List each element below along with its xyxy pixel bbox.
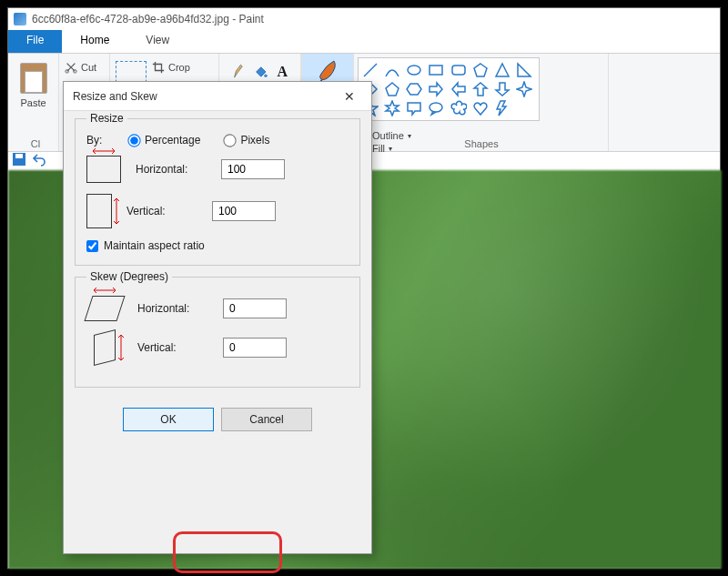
left-arrow-shape[interactable] xyxy=(450,81,467,97)
paste-icon xyxy=(20,63,47,94)
svg-point-3 xyxy=(408,66,420,75)
vertical-thumb-icon xyxy=(86,194,112,228)
lightning-shape[interactable] xyxy=(494,100,511,116)
rect-shape[interactable] xyxy=(428,62,444,78)
horizontal-arrow-icon xyxy=(92,147,116,155)
resize-legend: Resize xyxy=(86,112,127,125)
resize-vertical-input[interactable] xyxy=(212,201,276,221)
ok-button[interactable]: OK xyxy=(123,408,214,431)
aspect-label: Maintain aspect ratio xyxy=(104,239,205,252)
tab-file[interactable]: File xyxy=(8,30,62,53)
svg-rect-18 xyxy=(15,154,23,158)
aspect-ratio-input[interactable] xyxy=(86,240,98,252)
vertical-label: Vertical: xyxy=(126,205,197,217)
crop-button[interactable]: Crop xyxy=(152,61,190,74)
tab-view[interactable]: View xyxy=(127,30,187,53)
app-window: 6cc60f8a-ef6c-4728-ab9e-a96b4fd32.jpg - … xyxy=(7,7,721,569)
triangle-shape[interactable] xyxy=(494,62,511,78)
right-arrow-shape[interactable] xyxy=(428,81,444,97)
undo-icon[interactable] xyxy=(32,152,46,167)
text-tool[interactable]: A xyxy=(277,64,288,80)
pentagon-shape[interactable] xyxy=(384,81,400,97)
skew-v-arrow-icon xyxy=(117,334,125,361)
menu-tabs: File Home View xyxy=(8,30,720,54)
paste-label: Paste xyxy=(20,97,46,108)
by-label: By: xyxy=(86,134,117,147)
quick-access-bar xyxy=(12,152,46,167)
tab-home[interactable]: Home xyxy=(62,30,127,53)
pixels-radio[interactable]: Pixels xyxy=(224,134,269,147)
aspect-ratio-checkbox[interactable]: Maintain aspect ratio xyxy=(86,239,349,252)
title-bar: 6cc60f8a-ef6c-4728-ab9e-a96b4fd32.jpg - … xyxy=(8,8,720,30)
cancel-button[interactable]: Cancel xyxy=(221,408,312,431)
callout-cloud-shape[interactable] xyxy=(450,100,467,116)
heart-shape[interactable] xyxy=(472,100,489,116)
skew-legend: Skew (Degrees) xyxy=(86,270,172,283)
svg-marker-12 xyxy=(517,82,531,96)
clipboard-group-label: Cl xyxy=(14,138,57,149)
callout-rect-shape[interactable] xyxy=(406,100,422,116)
polygon-shape[interactable] xyxy=(472,62,489,78)
horizontal-thumb-icon xyxy=(86,156,121,183)
svg-point-15 xyxy=(430,103,442,112)
skew-vertical-label: Vertical: xyxy=(137,341,208,354)
curve-shape[interactable] xyxy=(384,62,400,78)
horizontal-label: Horizontal: xyxy=(136,163,207,176)
scissors-icon xyxy=(65,61,77,74)
star4-shape[interactable] xyxy=(516,81,532,97)
svg-marker-8 xyxy=(518,64,531,76)
pixels-label: Pixels xyxy=(240,134,269,147)
skew-vertical-input[interactable] xyxy=(223,338,287,358)
resize-skew-dialog: Resize and Skew ✕ Resize By: Percentage … xyxy=(63,81,372,554)
star6-shape[interactable] xyxy=(384,100,400,116)
close-button[interactable]: ✕ xyxy=(337,86,362,107)
percentage-radio[interactable]: Percentage xyxy=(128,134,200,147)
callout-oval-shape[interactable] xyxy=(428,100,444,116)
skew-v-thumb-icon xyxy=(94,329,116,366)
svg-marker-6 xyxy=(474,64,487,76)
window-title: 6cc60f8a-ef6c-4728-ab9e-a96b4fd32.jpg - … xyxy=(32,13,264,25)
cut-label: Cut xyxy=(81,62,96,73)
up-arrow-shape[interactable] xyxy=(472,81,489,97)
right-triangle-shape[interactable] xyxy=(516,62,532,78)
crop-icon xyxy=(152,61,165,74)
percentage-label: Percentage xyxy=(145,134,200,147)
svg-marker-7 xyxy=(496,64,509,76)
skew-fieldset: Skew (Degrees) Horizontal: Vertical: xyxy=(75,277,360,388)
line-shape[interactable] xyxy=(362,62,379,78)
crop-label: Crop xyxy=(168,62,190,73)
down-arrow-shape[interactable] xyxy=(494,81,511,97)
skew-h-thumb-icon xyxy=(84,296,125,321)
percentage-radio-input[interactable] xyxy=(127,134,140,147)
shapes-gallery[interactable] xyxy=(358,57,540,121)
dialog-title-bar[interactable]: Resize and Skew ✕ xyxy=(64,82,371,111)
svg-marker-10 xyxy=(386,83,399,96)
svg-point-2 xyxy=(264,75,267,77)
pixels-radio-input[interactable] xyxy=(224,134,237,147)
fill-tool[interactable] xyxy=(254,64,268,80)
rounded-rect-shape[interactable] xyxy=(450,62,467,78)
pencil-tool[interactable] xyxy=(232,63,245,81)
vertical-arrow-icon xyxy=(113,197,120,225)
save-icon[interactable] xyxy=(12,152,26,167)
hexagon-shape[interactable] xyxy=(406,81,422,97)
resize-horizontal-input[interactable] xyxy=(221,159,285,179)
skew-horizontal-label: Horizontal: xyxy=(137,302,208,315)
resize-fieldset: Resize By: Percentage Pixels xyxy=(75,118,360,266)
svg-marker-11 xyxy=(407,84,421,95)
paint-app-icon xyxy=(14,13,26,25)
skew-horizontal-input[interactable] xyxy=(223,298,287,318)
paste-button[interactable]: Paste xyxy=(14,57,53,108)
skew-h-arrow-icon xyxy=(93,287,116,294)
svg-marker-14 xyxy=(386,101,399,116)
oval-shape[interactable] xyxy=(406,62,422,78)
dialog-title: Resize and Skew xyxy=(73,90,157,103)
cut-button[interactable]: Cut xyxy=(65,59,104,76)
svg-rect-4 xyxy=(430,66,442,75)
shapes-group-label: Shapes xyxy=(354,138,609,149)
svg-rect-5 xyxy=(452,66,465,75)
